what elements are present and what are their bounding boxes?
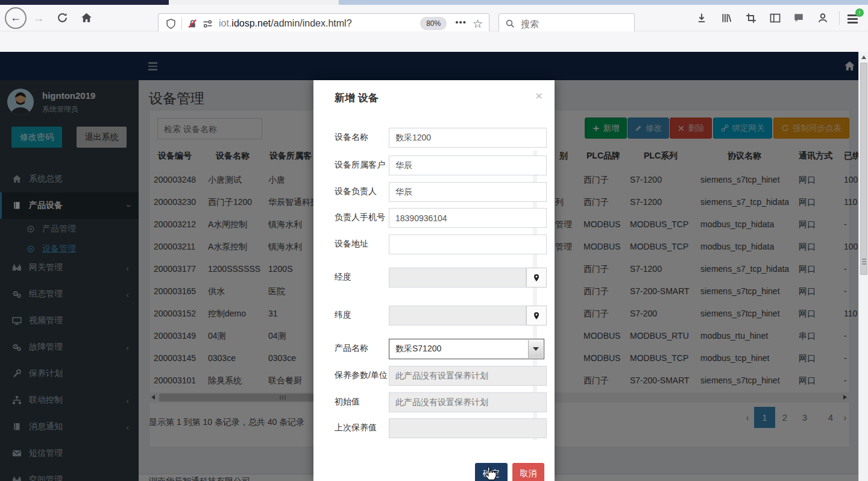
cancel-button[interactable]: 取消 [512, 463, 544, 481]
sidebar-toggle-icon[interactable] [770, 13, 781, 24]
chat-icon[interactable] [793, 13, 804, 24]
field-label: 纬度 [335, 310, 351, 321]
modal-close-icon[interactable]: × [535, 89, 542, 103]
bookmark-star-icon[interactable]: ☆ [473, 17, 483, 31]
titlebar-sliver [339, 0, 868, 5]
device-customer-input[interactable] [389, 156, 547, 175]
field-label: 产品名称 [335, 343, 368, 354]
map-pin-icon [532, 274, 541, 282]
device-owner-input[interactable] [389, 182, 547, 202]
browser-toolbar: ← → iot.idosp.net/admin/index.html? 80% … [0, 5, 868, 31]
zoom-level-badge[interactable]: 80% [420, 17, 447, 30]
bookmarks-bar: 其他书签 工作 学习 生活 其他 腾讯企业邮箱 - 收件箱 综合管理平台 SPY… [0, 31, 868, 52]
field-label: 经度 [335, 272, 351, 283]
browser-search-bar[interactable] [498, 13, 635, 34]
screenshot-icon[interactable] [746, 13, 756, 24]
back-button[interactable]: ← [5, 7, 27, 29]
field-label: 保养参数/单位 [335, 370, 388, 381]
owner-phone-input[interactable] [389, 208, 547, 228]
shield-icon[interactable] [166, 19, 176, 29]
browser-search-input[interactable] [520, 18, 618, 30]
urlbar-divider [181, 17, 182, 30]
last-maintenance-input [389, 418, 547, 438]
insecure-lock-icon[interactable] [187, 19, 198, 29]
latitude-map-pin-button[interactable] [526, 306, 547, 325]
active-tab-sliver[interactable] [0, 0, 169, 5]
latitude-input [389, 306, 526, 325]
field-label: 设备所属客户 [335, 160, 385, 171]
field-label: 初始值 [335, 397, 360, 407]
product-name-select[interactable]: 数采S71200 [389, 339, 544, 359]
field-label: 设备负责人 [335, 186, 377, 197]
longitude-input [389, 268, 526, 288]
mouse-cursor-hand [483, 467, 497, 481]
field-label: 上次保养值 [335, 423, 377, 433]
initial-value-input [389, 392, 547, 412]
select-dropdown-button[interactable] [528, 340, 543, 358]
device-name-input[interactable] [389, 128, 547, 148]
vscroll-thumb[interactable] [860, 63, 867, 275]
reload-button[interactable] [57, 12, 68, 24]
account-icon[interactable] [817, 13, 828, 24]
longitude-map-pin-button[interactable] [526, 268, 547, 288]
tabstrip-sliver [169, 0, 339, 5]
map-pin-icon [532, 312, 541, 320]
library-icon[interactable] [721, 13, 732, 24]
search-icon [505, 19, 515, 28]
update-badge-icon: ↑ [855, 8, 864, 17]
browser-vscrollbar[interactable] [858, 52, 868, 481]
add-device-modal: 新增 设备 × 设备名称 设备所属客户 设备负责人 负责人手机号 设备地址 经度… [313, 80, 555, 481]
url-text: iot.idosp.net/admin/index.html? [219, 18, 352, 29]
chevron-down-icon [533, 347, 539, 351]
url-bar[interactable]: iot.idosp.net/admin/index.html? 80% ••• … [158, 13, 489, 34]
permissions-icon[interactable] [203, 19, 213, 29]
device-address-input[interactable] [389, 234, 547, 254]
field-label: 负责人手机号 [335, 212, 385, 223]
forward-button[interactable]: → [30, 7, 47, 29]
home-button[interactable] [81, 12, 92, 24]
downloads-icon[interactable] [696, 13, 707, 24]
maintenance-param-input [389, 366, 547, 386]
vscroll-up-arrow[interactable] [861, 55, 866, 59]
modal-title: 新增 设备 [335, 91, 379, 105]
toolbar-divider [839, 11, 840, 25]
field-label: 设备名称 [335, 132, 368, 143]
page-actions-icon[interactable]: ••• [455, 17, 467, 27]
field-label: 设备地址 [335, 239, 368, 250]
